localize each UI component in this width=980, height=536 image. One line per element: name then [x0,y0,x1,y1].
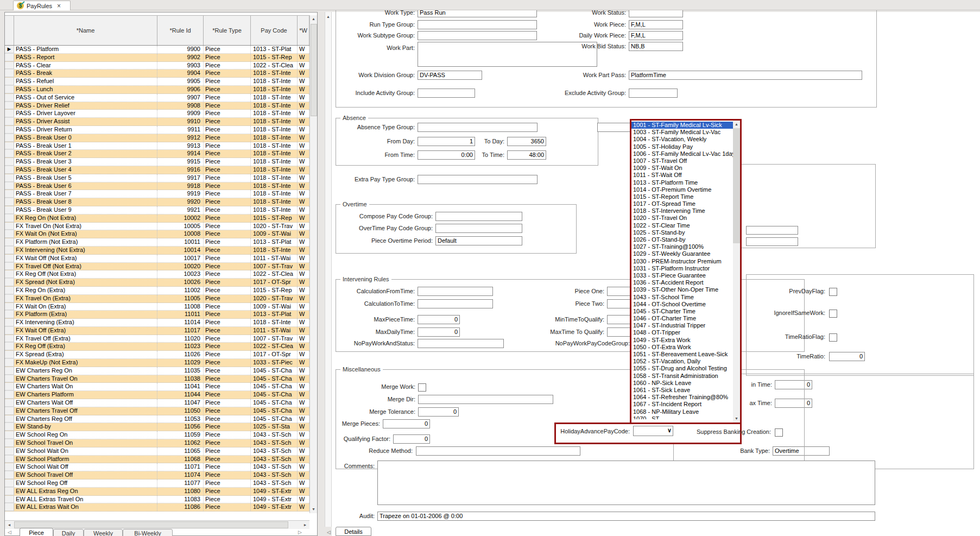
dropdown-item[interactable]: 1014 - OT-Premium Overtime [631,186,733,193]
dropdown-item[interactable]: 1047 - ST-Industrial Tripper [631,322,733,329]
tab-daily[interactable]: Daily [53,529,84,536]
dropdown-item[interactable]: 1003 - ST-Family Medical Lv-Vac [631,129,733,136]
dropdown-item[interactable]: 1033 - ST-Piece Guarantee [631,272,733,279]
work-division-group-field[interactable]: DV-PASS [418,71,482,80]
daily-work-piece-field[interactable]: F,M,L [629,31,683,40]
dropdown-item[interactable]: 1050 - OT-Extra Work [631,344,733,351]
scroll-down-icon[interactable]: ▼ [733,415,740,423]
dropdown-item[interactable]: 1013 - ST-Platform Time [631,179,733,186]
tab-prev-icon[interactable]: ◁ [327,529,331,535]
dropdown-item[interactable]: 1026 - OT-Stand-by [631,236,733,243]
work-bid-status-field[interactable]: NB,B [629,42,683,51]
combo-dropdown-icon[interactable]: ∨ [667,427,672,434]
dropdown-item[interactable]: 1001 - ST-Family Medical Lv-Sick [631,122,733,129]
comments-field[interactable] [377,461,875,505]
dropdown-item[interactable]: 1046 - OT-Charter Time [631,315,733,322]
no-pay-work-and-status-field[interactable] [418,339,504,348]
extra-pay-type-group-field[interactable] [418,175,538,184]
compose-pay-code-group-field[interactable] [435,212,522,221]
right-tab-strip: ◁ Details [325,527,976,536]
exclude-activity-group-field[interactable] [629,89,678,98]
tab-payrules[interactable]: $ PayRules × [13,1,71,10]
to-time-field[interactable]: 48:00 [507,150,546,160]
dropdown-item[interactable]: 1067 - ST-Incident Report [631,401,733,408]
scroll-up-icon[interactable]: ▲ [733,121,740,128]
work-piece-field[interactable]: F,M,L [629,20,683,29]
work-part-pass-field[interactable]: PlatformTime [629,71,862,80]
prev-day-flag-checkbox[interactable] [829,288,837,296]
dropdown-item[interactable]: 1030 - PREM-Instructor Premium [631,258,733,265]
dropdown-item[interactable]: 1025 - ST-Stand-by [631,229,733,236]
tab-prev-icon[interactable]: ◁ [8,529,11,535]
calculation-to-time-field[interactable] [418,299,493,308]
dropdown-item[interactable]: 1044 - OT-School Overtime [631,301,733,308]
scrollbar-thumb[interactable] [733,128,740,243]
max-piece-time-field[interactable]: 0 [418,315,460,324]
time-ratio-flag-checkbox[interactable] [829,333,837,342]
dropdown-item[interactable]: 1018 - ST-Intervening Time [631,207,733,215]
run-type-group-field[interactable] [418,20,537,29]
dropdown-item[interactable]: 1064 - ST-Refresher Training@80% [631,394,733,401]
dropdown-item-clipped[interactable]: 1070 - ST- [631,415,733,419]
dropdown-item[interactable]: 1005 - ST-Holiday Pay [631,143,733,150]
time-ratio-field[interactable]: 0 [829,352,865,361]
calculation-from-time-field[interactable] [418,287,493,296]
dropdown-item[interactable]: 1051 - ST-Bereavement Leave-Sick [631,351,733,358]
tab-piece[interactable]: Piece [20,528,53,536]
merge-work-checkbox[interactable] [418,383,426,392]
dropdown-item[interactable]: 1039 - ST-Other Non-Oper Time [631,286,733,293]
ignore-if-same-work-checkbox[interactable] [829,310,837,318]
tab-details[interactable]: Details [336,527,371,536]
dropdown-item[interactable]: 1055 - ST-Drug and Alcohol Testing [631,365,733,372]
document-tab-bar: $ PayRules × [0,0,980,10]
dropdown-item[interactable]: 1022 - ST-Clear Time [631,222,733,229]
dropdown-item[interactable]: 1060 - NP-Sick Leave [631,380,733,387]
dropdown-item[interactable]: 1015 - ST-Report Time [631,193,733,200]
dropdown-item[interactable]: 1061 - ST-Sick Leave [631,387,733,394]
audit-field[interactable]: Trapeze on 01-01-2006 @ 0:00 [377,512,875,521]
scroll-up-icon[interactable]: ▲ [310,15,317,23]
to-day-field[interactable]: 3650 [507,137,546,146]
dropdown-item[interactable]: 1017 - OT-Spread Time [631,200,733,207]
dropdown-item[interactable]: 1043 - ST-School Time [631,294,733,301]
dropdown-scrollbar[interactable]: ▲ ▼ [733,121,740,423]
dropdown-item[interactable]: 1011 - ST-Wait Off [631,172,733,179]
merge-pieces-field[interactable]: 0 [383,419,430,428]
dropdown-item[interactable]: 1009 - ST-Wait On [631,165,733,172]
dropdown-item[interactable]: 1068 - NP-Military Leave [631,408,733,415]
dropdown-item[interactable]: 1020 - ST-Travel On [631,215,733,222]
piece-overtime-period-field[interactable]: Default [435,236,522,245]
qualifying-factor-field[interactable]: 0 [393,434,430,444]
absence-type-group-field[interactable] [418,123,538,132]
include-activity-group-field[interactable] [418,89,475,98]
dropdown-item[interactable]: 1052 - ST-Vacation, Daily [631,358,733,365]
dropdown-item[interactable]: 1029 - ST-Weekly Guarantee [631,250,733,257]
dropdown-item[interactable]: 1036 - ST-Accident Report [631,279,733,286]
dropdown-item[interactable]: 1031 - ST-Platform Instructor [631,265,733,272]
suppress-banking-creation-checkbox[interactable] [775,428,783,437]
grid-vertical-scrollbar[interactable]: ▲ ▼ [309,15,317,513]
dropdown-item[interactable]: 1048 - OT-Tripper [631,329,733,336]
holiday-advance-pay-code-combobox[interactable]: ∨ [633,426,673,436]
work-subtype-group-field[interactable] [418,31,537,40]
tab-next-icon[interactable]: ▷ [298,529,302,535]
dropdown-item[interactable]: 1006 - ST-Family Medical Lv-Vac 1day [631,150,733,157]
dropdown-item[interactable]: 1049 - ST-Extra Work [631,337,733,344]
merge-tolerance-field[interactable]: 0 [418,407,459,417]
reduce-method-field[interactable] [416,446,580,456]
dropdown-item[interactable]: 1007 - ST-Travel Off [631,157,733,165]
right-hidden-field-2[interactable] [746,237,798,246]
tab-weekly[interactable]: Weekly [84,529,123,536]
right-hidden-field-1[interactable] [746,226,798,235]
dropdown-item[interactable]: 1045 - ST-Charter Time [631,308,733,315]
dropdown-item[interactable]: 1027 - ST-Training@100% [631,243,733,250]
max-daily-time-field[interactable]: 0 [418,327,460,337]
merge-dir-field[interactable] [418,395,553,404]
dropdown-item[interactable]: 1058 - ST-Transit Administration [631,373,733,380]
dropdown-item[interactable]: 1004 - ST-Vacation, Weekly [631,136,733,143]
tab-biweekly[interactable]: Bi-Weekly [123,529,173,536]
scrollbar-thumb[interactable] [311,24,317,116]
overtime-pay-code-group-field[interactable] [435,224,522,233]
tab-close-icon[interactable]: × [57,3,61,9]
scroll-down-icon[interactable]: ▼ [310,506,317,513]
